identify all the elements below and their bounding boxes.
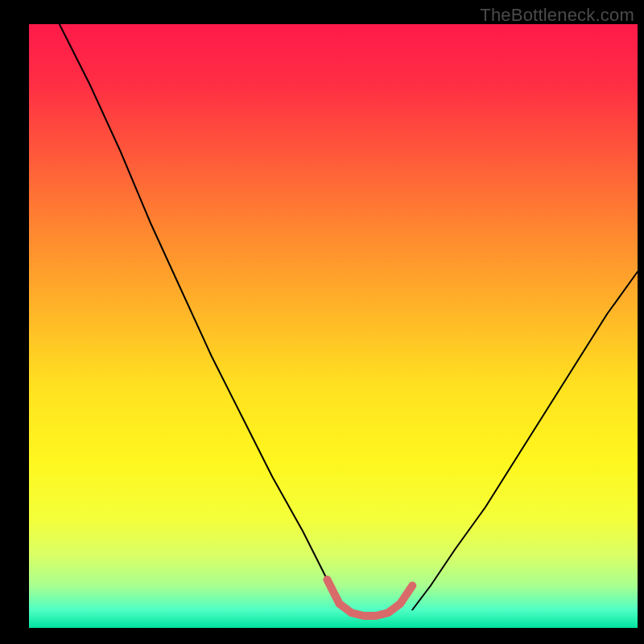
gradient-background <box>29 24 638 628</box>
watermark-text: TheBottleneck.com <box>480 5 634 26</box>
bottleneck-chart <box>0 0 644 644</box>
chart-frame: TheBottleneck.com <box>0 0 644 644</box>
